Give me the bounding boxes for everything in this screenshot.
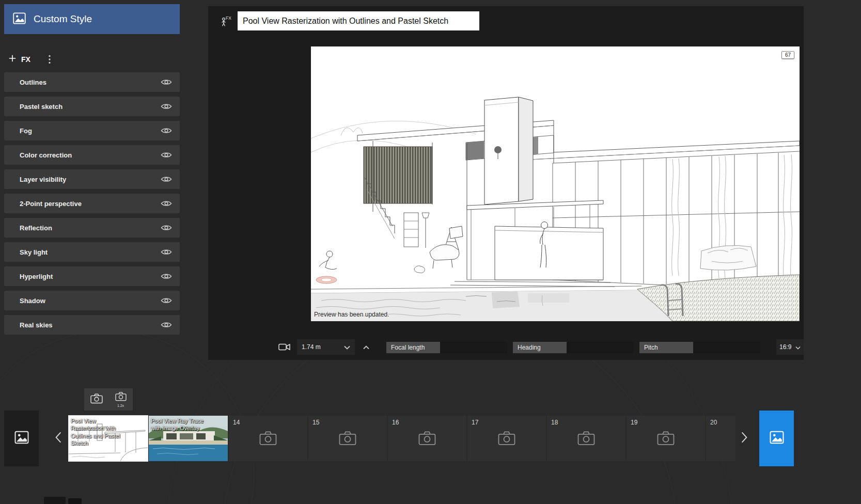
application-window: Custom Style FX Outlines Pastel sketch F… [0,0,861,504]
style-title-input[interactable] [238,11,479,30]
fx-effect-row-real-skies[interactable]: Real skies [4,315,180,335]
eye-icon[interactable] [161,248,172,256]
chevron-up-icon [363,342,369,352]
image-icon [12,11,26,27]
eye-icon[interactable] [161,151,172,159]
slot-number: 15 [312,419,319,426]
empty-photo-slot[interactable]: 17 [467,416,546,461]
fx-effect-label: Shadow [20,297,45,305]
photo-collection-button[interactable] [4,411,39,466]
fx-effect-row-2-point-perspective[interactable]: 2-Point perspective [4,194,180,213]
fx-effect-row-layer-visibility[interactable]: Layer visibility [4,169,180,189]
fx-effect-row-outlines[interactable]: Outlines [4,72,180,92]
camera-outline-icon [418,431,436,448]
eye-icon[interactable] [161,127,172,134]
photo-render-icon [769,430,785,447]
frame-number-badge: 67 [781,51,794,59]
plus-icon [8,54,17,65]
chevron-right-icon [741,431,748,446]
pitch-label: Pitch [639,342,693,353]
focal-length-input[interactable] [440,342,507,353]
camera-outline-icon [657,431,675,448]
custom-style-header[interactable]: Custom Style [4,4,180,34]
fx-button-label: FX [21,55,30,64]
eye-icon[interactable] [161,200,172,207]
zoom-factor-label: 1.2x [117,404,124,407]
fx-effect-row-pastel-sketch[interactable]: Pastel sketch [4,97,180,116]
fx-effect-label: Outlines [20,78,46,86]
empty-photo-slot[interactable]: 14 [229,416,307,461]
eye-icon[interactable] [161,224,172,231]
empty-photo-slot[interactable]: 18 [547,416,625,461]
bottom-cropped-element [44,497,66,504]
aspect-ratio-select[interactable]: 16:9 [776,339,804,355]
fx-effect-label: Hyperlight [20,273,53,280]
house-sketch-rendering [311,46,800,321]
filmstrip-empty-slots: 14 15 16 17 18 19 20 [229,416,735,461]
fx-effect-label: Sky light [20,248,48,256]
filmstrip-scroll-right-button[interactable] [738,431,751,446]
camera-outline-icon [259,431,277,448]
camera-outline-icon [577,431,595,448]
render-photo-button[interactable] [759,411,794,466]
chevron-down-icon [344,342,350,352]
photo-thumbnail-1[interactable]: Pool View Rasterization with Outlines an… [69,416,148,461]
capture-zoom-photo-button[interactable]: 1.2x [108,388,133,411]
capture-toolbar: 1.2x [84,388,133,411]
kebab-menu-icon[interactable] [43,53,56,66]
style-effects-icon: FX [220,14,233,30]
fx-effect-label: Reflection [20,224,52,232]
fx-effect-label: Real skies [20,321,53,329]
eye-icon[interactable] [161,78,172,86]
svg-text:FX: FX [226,15,231,21]
camera-height-select[interactable]: 1.74 m [297,339,355,355]
viewport-preview-image[interactable]: 67 Preview has been updated. [311,46,800,321]
photo-gallery-icon [14,430,29,447]
fx-effect-row-hyperlight[interactable]: Hyperlight [4,266,180,286]
camera-outline-icon [498,431,515,448]
fx-effect-row-color-correction[interactable]: Color correction [4,145,180,165]
slot-number: 16 [392,419,399,426]
slot-number: 19 [631,419,637,426]
slot-number: 20 [710,419,717,426]
empty-photo-slot[interactable]: 15 [308,416,387,461]
chevron-left-icon [55,431,62,446]
empty-photo-slot[interactable]: 20 [706,416,735,461]
camera-height-up-button[interactable] [359,339,373,355]
camera-zoom-icon [115,392,127,403]
eye-icon[interactable] [161,176,172,183]
fx-effect-row-reflection[interactable]: Reflection [4,218,180,238]
chevron-down-icon [795,342,801,352]
capture-photo-button[interactable] [84,388,108,411]
eye-icon[interactable] [161,273,172,280]
slot-number: 18 [551,419,558,426]
viewport-panel: FX [208,6,804,360]
fx-effect-label: Color correction [20,151,72,159]
camera-icon [90,393,103,406]
fx-effect-list: Outlines Pastel sketch Fog Color correct… [4,72,180,335]
fx-toolbar: FX [4,50,180,69]
heading-label: Heading [513,342,567,353]
eye-icon[interactable] [161,321,172,328]
eye-icon[interactable] [161,297,172,304]
pitch-input[interactable] [693,342,760,353]
preview-status-message: Preview has been updated. [314,311,389,318]
filmstrip-scroll-left-button[interactable] [52,431,65,446]
slot-number: 14 [233,419,240,426]
fx-effect-row-fog[interactable]: Fog [4,121,180,140]
fx-effect-row-sky-light[interactable]: Sky light [4,242,180,262]
add-fx-button[interactable]: FX [4,51,35,68]
camera-outline-icon [339,431,356,448]
fx-effect-label: Pastel sketch [20,103,62,111]
fx-effect-label: 2-Point perspective [20,200,82,208]
empty-photo-slot[interactable]: 16 [388,416,466,461]
fx-effect-row-shadow[interactable]: Shadow [4,291,180,310]
heading-input[interactable] [567,342,634,353]
style-panel-title: Custom Style [34,13,92,25]
slot-number: 17 [472,419,478,426]
photo-thumbnail-title: Pool View Ray Trace with Image Overlay [151,417,205,432]
photo-thumbnail-2[interactable]: Pool View Ray Trace with Image Overlay [149,416,228,461]
empty-photo-slot[interactable]: 19 [627,416,705,461]
bottom-cropped-element [68,498,82,504]
eye-icon[interactable] [161,103,172,110]
